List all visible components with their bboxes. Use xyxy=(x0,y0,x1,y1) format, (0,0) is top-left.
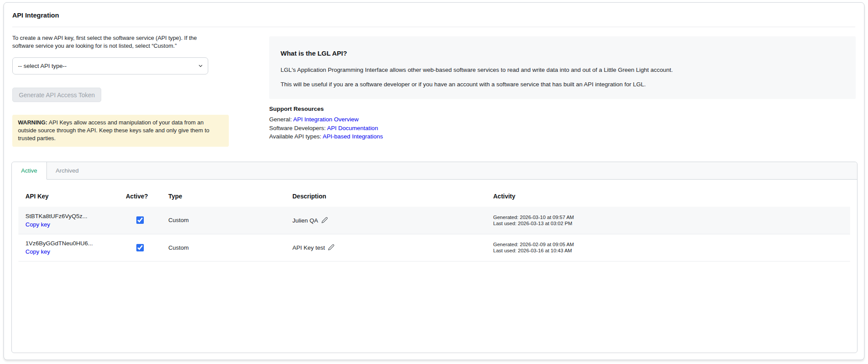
header-description: Description xyxy=(285,180,486,207)
support-resources: Support Resources General: API Integrati… xyxy=(269,106,383,141)
info-box-paragraph: LGL's Application Programming Interface … xyxy=(281,67,844,73)
link-api-integration-overview[interactable]: API Integration Overview xyxy=(293,116,359,123)
support-line-developers: Software Developers: API Documentation xyxy=(269,124,383,133)
support-line-api-types: Available API types: API-based Integrati… xyxy=(269,132,383,141)
api-integration-panel: API Integration To create a new API key,… xyxy=(4,2,864,360)
api-keys-table: API Key Active? Type Description Activit… xyxy=(18,180,850,262)
support-resources-title: Support Resources xyxy=(269,106,383,112)
warning-label: WARNING: xyxy=(18,119,47,126)
link-api-documentation[interactable]: API Documentation xyxy=(327,125,378,131)
table-header-row: API Key Active? Type Description Activit… xyxy=(18,180,850,207)
tab-active[interactable]: Active xyxy=(12,162,47,180)
api-type-select[interactable]: -- select API type-- xyxy=(12,57,208,74)
warning-banner: WARNING: API Keys allow access and manip… xyxy=(12,115,229,147)
description-value: Julien QA xyxy=(292,217,318,224)
edit-description-icon[interactable] xyxy=(328,244,334,251)
copy-key-link[interactable]: Copy key xyxy=(25,221,50,228)
generated-timestamp: Generated: 2026-02-09 at 09:05 AM xyxy=(493,241,843,247)
api-key-value: StBTKa8tUFz6VyQ5z... xyxy=(25,213,112,219)
type-value: Custom xyxy=(161,234,285,261)
type-value: Custom xyxy=(161,207,285,234)
support-line-prefix: Available API types: xyxy=(269,133,323,140)
tab-bar: Active Archived xyxy=(12,162,857,180)
table-row: StBTKa8tUFz6VyQ5z... Copy key Custom Jul… xyxy=(18,207,850,234)
header-activity: Activity xyxy=(486,180,850,207)
lgl-api-info-box: What is the LGL API? LGL's Application P… xyxy=(269,36,856,99)
support-line-general: General: API Integration Overview xyxy=(269,115,383,124)
copy-key-link[interactable]: Copy key xyxy=(25,248,50,255)
active-checkbox[interactable] xyxy=(136,216,144,224)
table-row: 1Vz6ByGGdTNeu0HU6... Copy key Custom API… xyxy=(18,234,850,261)
link-api-based-integrations[interactable]: API-based Integrations xyxy=(323,133,383,140)
info-box-paragraph: This will be useful if you are a softwar… xyxy=(281,81,844,88)
api-type-select-wrap: -- select API type-- xyxy=(12,57,208,74)
create-key-instructions: To create a new API key, first select th… xyxy=(12,34,219,50)
header-api-key: API Key xyxy=(18,180,119,207)
api-key-value: 1Vz6ByGGdTNeu0HU6... xyxy=(25,240,112,247)
active-checkbox[interactable] xyxy=(136,244,144,251)
generated-timestamp: Generated: 2026-03-10 at 09:57 AM xyxy=(493,214,843,220)
header-active: Active? xyxy=(119,180,161,207)
edit-description-icon[interactable] xyxy=(321,217,328,223)
title-divider xyxy=(12,27,855,27)
tab-archived[interactable]: Archived xyxy=(47,162,88,179)
header-type: Type xyxy=(161,180,285,207)
page-title: API Integration xyxy=(12,11,59,19)
support-line-prefix: Software Developers: xyxy=(269,125,327,131)
support-line-prefix: General: xyxy=(269,116,293,123)
last-used-timestamp: Last used: 2026-03-13 at 03:02 PM xyxy=(493,220,843,226)
last-used-timestamp: Last used: 2026-03-16 at 10:43 AM xyxy=(493,247,843,254)
description-value: API Key test xyxy=(292,244,325,251)
info-box-title: What is the LGL API? xyxy=(281,49,844,57)
api-keys-tab-panel: Active Archived API Key Active? Type Des… xyxy=(11,162,857,353)
generate-api-token-button[interactable]: Generate API Access Token xyxy=(12,88,101,102)
